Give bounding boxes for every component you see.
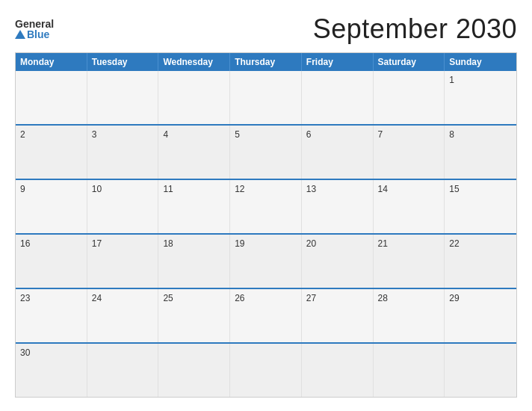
header-friday: Friday xyxy=(302,53,374,71)
week-row-1: 1 xyxy=(16,71,516,124)
cell-w1-thu xyxy=(230,71,302,124)
cell-w1-wed xyxy=(158,71,230,124)
cell-w2-sun: 8 xyxy=(445,126,516,179)
cell-w6-mon: 30 xyxy=(16,344,87,397)
calendar-page: General Blue September 2030 Monday Tuesd… xyxy=(0,0,532,411)
page-header: General Blue September 2030 xyxy=(15,13,517,45)
month-title: September 2030 xyxy=(313,13,517,45)
cell-w2-wed: 4 xyxy=(158,126,230,179)
logo-blue-row: Blue xyxy=(15,29,49,40)
logo-general-text: General xyxy=(15,19,54,29)
cell-w4-thu: 19 xyxy=(230,235,302,288)
cell-w3-sat: 14 xyxy=(374,180,445,233)
cell-w3-mon: 9 xyxy=(16,180,87,233)
logo-triangle-icon xyxy=(15,30,25,39)
logo: General Blue xyxy=(15,19,54,40)
calendar-header: Monday Tuesday Wednesday Thursday Friday… xyxy=(16,53,516,71)
header-monday: Monday xyxy=(16,53,87,71)
cell-w4-tue: 17 xyxy=(87,235,159,288)
cell-w2-sat: 7 xyxy=(374,126,445,179)
header-saturday: Saturday xyxy=(374,53,445,71)
cell-w1-tue xyxy=(87,71,159,124)
cell-w6-fri xyxy=(302,344,374,397)
cell-w3-fri: 13 xyxy=(302,180,374,233)
cell-w4-sat: 21 xyxy=(374,235,445,288)
cell-w6-sat xyxy=(374,344,445,397)
header-thursday: Thursday xyxy=(230,53,302,71)
cell-w6-tue xyxy=(87,344,159,397)
week-row-4: 16 17 18 19 20 21 22 xyxy=(16,233,516,288)
header-tuesday: Tuesday xyxy=(87,53,159,71)
week-row-5: 23 24 25 26 27 28 29 xyxy=(16,288,516,342)
cell-w5-sat: 28 xyxy=(374,289,445,342)
header-sunday: Sunday xyxy=(445,53,516,71)
cell-w4-fri: 20 xyxy=(302,235,374,288)
cell-w1-sat xyxy=(374,71,445,124)
cell-w5-thu: 26 xyxy=(230,289,302,342)
cell-w1-sun: 1 xyxy=(445,71,516,124)
cell-w2-mon: 2 xyxy=(16,126,87,179)
logo-blue-text: Blue xyxy=(27,29,49,40)
week-row-3: 9 10 11 12 13 14 15 xyxy=(16,179,516,233)
cell-w5-mon: 23 xyxy=(16,289,87,342)
cell-w5-wed: 25 xyxy=(158,289,230,342)
cell-w6-thu xyxy=(230,344,302,397)
cell-w3-thu: 12 xyxy=(230,180,302,233)
cell-w1-fri xyxy=(302,71,374,124)
header-wednesday: Wednesday xyxy=(158,53,230,71)
cell-w4-mon: 16 xyxy=(16,235,87,288)
cell-w4-sun: 22 xyxy=(445,235,516,288)
calendar: Monday Tuesday Wednesday Thursday Friday… xyxy=(15,52,517,398)
cell-w6-wed xyxy=(158,344,230,397)
cell-w2-fri: 6 xyxy=(302,126,374,179)
calendar-body: 1 2 3 4 5 6 7 8 9 10 11 12 13 14 15 xyxy=(16,71,516,397)
cell-w5-sun: 29 xyxy=(445,289,516,342)
cell-w3-tue: 10 xyxy=(87,180,159,233)
cell-w3-sun: 15 xyxy=(445,180,516,233)
cell-w5-fri: 27 xyxy=(302,289,374,342)
week-row-2: 2 3 4 5 6 7 8 xyxy=(16,124,516,179)
cell-w3-wed: 11 xyxy=(158,180,230,233)
week-row-6: 30 xyxy=(16,342,516,397)
cell-w6-sun xyxy=(445,344,516,397)
cell-w4-wed: 18 xyxy=(158,235,230,288)
cell-w2-thu: 5 xyxy=(230,126,302,179)
cell-w5-tue: 24 xyxy=(87,289,159,342)
cell-w1-mon xyxy=(16,71,87,124)
cell-w2-tue: 3 xyxy=(87,126,159,179)
